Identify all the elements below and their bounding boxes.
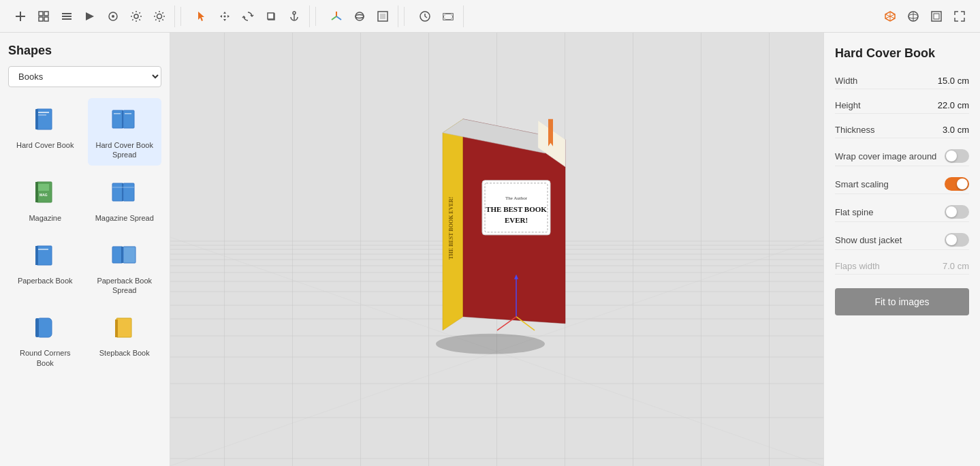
- stepback-book-icon: [108, 311, 141, 344]
- render-btn[interactable]: [372, 5, 394, 27]
- show-dust-jacket-toggle[interactable]: [945, 233, 969, 247]
- add-icon[interactable]: [10, 5, 31, 27]
- shape-item-magazine-spread[interactable]: Magazine Spread: [88, 171, 162, 228]
- svg-rect-53: [38, 112, 49, 113]
- shape-item-paperback-book-spread[interactable]: Paperback Book Spread: [88, 234, 162, 301]
- toolbar-group-right: [875, 5, 975, 27]
- svg-line-18: [155, 12, 156, 13]
- flat-spine-label: Flat spine: [835, 207, 873, 217]
- capture-icon[interactable]: [102, 5, 124, 27]
- svg-rect-52: [35, 109, 38, 129]
- svg-rect-5: [44, 17, 48, 21]
- svg-rect-75: [35, 318, 39, 337]
- shapes-dropdown[interactable]: Books Magazines Other: [8, 66, 161, 87]
- svg-point-30: [355, 12, 364, 20]
- cube-btn[interactable]: [879, 5, 901, 27]
- hard-cover-book-spread-icon: [108, 104, 141, 136]
- settings-icon[interactable]: [125, 5, 147, 27]
- svg-rect-41: [451, 18, 453, 20]
- menu-icon[interactable]: [56, 5, 78, 27]
- svg-rect-40: [451, 14, 453, 16]
- svg-rect-74: [37, 318, 52, 337]
- flaps-width-value: 7.0 cm: [943, 261, 969, 271]
- film-btn[interactable]: [437, 5, 459, 27]
- svg-rect-76: [116, 318, 131, 337]
- svg-point-31: [355, 14, 364, 18]
- svg-rect-73: [123, 247, 136, 263]
- anchor-tool-btn[interactable]: [283, 5, 305, 27]
- expand-btn[interactable]: [949, 5, 970, 27]
- thickness-label: Thickness: [835, 125, 875, 135]
- svg-line-21: [155, 19, 156, 20]
- magazine-spread-label: Magazine Spread: [95, 213, 154, 223]
- cursor-tool-btn[interactable]: [191, 5, 212, 27]
- sphere-btn[interactable]: [902, 5, 924, 27]
- frame-btn[interactable]: [926, 5, 947, 27]
- svg-rect-4: [39, 17, 43, 21]
- svg-line-36: [425, 16, 427, 18]
- round-corners-book-icon: [29, 311, 61, 344]
- height-row: Height 22.0 cm: [835, 97, 969, 114]
- shape-item-hard-cover-book-spread[interactable]: Hard Cover Book Spread: [88, 98, 162, 166]
- clock-btn[interactable]: [414, 5, 436, 27]
- svg-rect-3: [44, 12, 48, 16]
- smart-scaling-toggle[interactable]: [945, 177, 969, 191]
- svg-rect-61: [35, 182, 38, 202]
- flaps-width-row: Flaps width 7.0 cm: [835, 258, 969, 275]
- svg-rect-24: [268, 13, 274, 19]
- fit-to-images-btn[interactable]: Fit to images: [835, 288, 969, 315]
- wrap-cover-label: Wrap cover image around: [835, 151, 936, 161]
- svg-rect-39: [443, 18, 445, 20]
- axis-view-btn[interactable]: [326, 5, 347, 27]
- magazine-label: Magazine: [29, 213, 61, 223]
- paperback-book-spread-label: Paperback Book Spread: [91, 276, 159, 296]
- shape-item-stepback-book[interactable]: Stepback Book: [88, 306, 162, 373]
- thickness-row: Thickness 3.0 cm: [835, 122, 969, 138]
- svg-line-19: [162, 19, 163, 20]
- svg-point-13: [157, 14, 162, 18]
- smart-scaling-label: Smart scaling: [835, 179, 889, 189]
- svg-rect-8: [62, 18, 72, 20]
- svg-rect-69: [35, 246, 38, 265]
- book-3d-svg: THE BEST BOOK EVER! The Author THE BEST …: [402, 106, 592, 364]
- thickness-value: 3.0 cm: [943, 125, 969, 135]
- sun-icon[interactable]: [148, 5, 170, 27]
- width-value: 15.0 cm: [938, 76, 969, 86]
- show-dust-jacket-row: Show dust jacket: [835, 230, 969, 250]
- flat-spine-toggle[interactable]: [945, 205, 969, 219]
- shape-item-paperback-book[interactable]: Paperback Book: [8, 234, 82, 301]
- height-value: 22.0 cm: [938, 100, 969, 110]
- round-corners-book-label: Round Corners Book: [11, 348, 80, 368]
- svg-point-107: [436, 334, 545, 354]
- shape-item-magazine[interactable]: MAG Magazine: [8, 171, 82, 228]
- svg-marker-113: [548, 119, 553, 146]
- duplicate-tool-btn[interactable]: [260, 5, 282, 27]
- width-label: Width: [835, 76, 857, 86]
- svg-text:EVER!: EVER!: [504, 216, 527, 224]
- move-tool-btn[interactable]: [214, 5, 236, 27]
- shapes-title: Shapes: [8, 44, 161, 58]
- grid-icon[interactable]: [33, 5, 54, 27]
- rotate-tool-btn[interactable]: [237, 5, 259, 27]
- svg-rect-7: [62, 16, 72, 17]
- svg-rect-2: [39, 12, 43, 16]
- wrap-cover-toggle[interactable]: [945, 149, 969, 163]
- orbit-view-btn[interactable]: [349, 5, 370, 27]
- canvas-area[interactable]: THE BEST BOOK EVER! The Author THE BEST …: [170, 33, 823, 466]
- paperback-book-icon: [29, 239, 61, 272]
- toolbar-group-tools: [187, 5, 310, 27]
- height-label: Height: [835, 100, 861, 110]
- shape-item-round-corners-book[interactable]: Round Corners Book: [8, 306, 82, 373]
- svg-rect-50: [934, 14, 939, 19]
- svg-rect-1: [16, 16, 25, 17]
- shape-item-hard-cover-book[interactable]: Hard Cover Book: [8, 98, 82, 166]
- properties-panel: Hard Cover Book Width 15.0 cm Height 22.…: [823, 33, 980, 466]
- svg-rect-59: [125, 113, 131, 114]
- svg-rect-77: [115, 320, 118, 337]
- svg-text:THE BEST BOOK: THE BEST BOOK: [486, 205, 547, 213]
- separator-3: [404, 7, 405, 26]
- svg-rect-49: [932, 12, 941, 21]
- svg-rect-62: [38, 184, 49, 191]
- video-icon[interactable]: [79, 5, 101, 27]
- magazine-spread-icon: [108, 176, 141, 209]
